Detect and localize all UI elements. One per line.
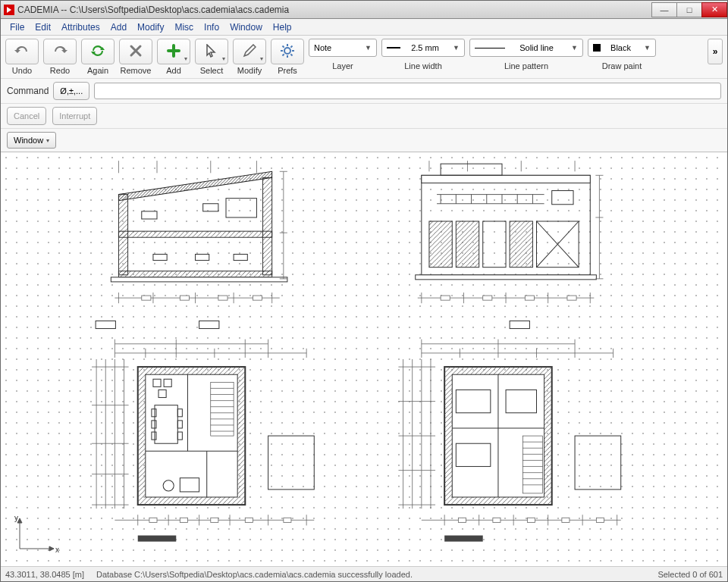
svg-rect-22 (142, 211, 157, 219)
svg-rect-63 (483, 221, 506, 268)
menu-window[interactable]: Window (225, 20, 267, 34)
draw-paint-label: Draw paint (602, 61, 642, 70)
svg-rect-138 (180, 518, 187, 522)
svg-rect-64 (510, 221, 532, 268)
command-bar: Command Ø,±,... (1, 79, 727, 104)
svg-line-11 (290, 45, 292, 47)
undo-icon (14, 44, 30, 60)
menu-misc[interactable]: Misc (170, 20, 198, 34)
svg-marker-0 (7, 7, 11, 13)
svg-rect-43 (199, 321, 219, 328)
menu-add[interactable]: Add (106, 20, 131, 34)
draw-paint-select[interactable]: Black▼ (588, 39, 656, 57)
svg-rect-60 (552, 191, 573, 205)
draw-paint-value: Black (610, 43, 631, 52)
command-input[interactable] (94, 83, 721, 99)
add-label: Add (166, 66, 181, 75)
line-width-value: 2.5 mm (411, 43, 439, 52)
pencil-icon (243, 44, 256, 60)
svg-rect-25 (153, 254, 167, 260)
svg-rect-49 (422, 175, 590, 183)
remove-label: Remove (121, 66, 152, 75)
redo-label: Redo (50, 66, 70, 75)
svg-rect-40 (218, 296, 228, 300)
menu-edit[interactable]: Edit (30, 20, 55, 34)
menu-modify[interactable]: Modify (133, 20, 168, 34)
layer-label: Layer (332, 61, 353, 70)
again-button[interactable] (81, 39, 115, 64)
cancel-button[interactable]: Cancel (7, 107, 46, 125)
prefs-button[interactable] (271, 39, 304, 64)
x-icon (129, 44, 143, 60)
undo-button[interactable] (5, 39, 39, 64)
cad-drawing (1, 152, 727, 566)
toolbar: Undo Redo Again Remove Add (1, 36, 727, 79)
svg-point-3 (284, 48, 290, 54)
svg-rect-61 (429, 221, 452, 268)
svg-rect-62 (456, 221, 479, 268)
svg-rect-21 (111, 277, 287, 282)
svg-rect-185 (458, 518, 466, 522)
cursor-icon (206, 44, 218, 60)
svg-rect-83 (510, 321, 529, 328)
select-button[interactable] (195, 39, 228, 64)
modify-button[interactable] (233, 39, 266, 64)
svg-rect-38 (142, 296, 151, 300)
window-tab[interactable]: Window (7, 132, 56, 149)
redo-icon (52, 44, 68, 60)
drawing-canvas[interactable]: x y (1, 152, 727, 566)
status-coords: 43.3011, 38.0485 [m] (5, 570, 84, 579)
control-row: Cancel Interrupt (1, 104, 727, 129)
svg-rect-79 (441, 296, 450, 300)
titlebar: CADEMIA -- C:\Users\Softpedia\Desktop\ac… (1, 1, 727, 19)
interrupt-button[interactable]: Interrupt (52, 107, 97, 125)
remove-button[interactable] (119, 39, 152, 64)
svg-rect-81 (525, 296, 534, 300)
window-title: CADEMIA -- C:\Users\Softpedia\Desktop\ac… (17, 5, 652, 15)
line-width-label: Line width (404, 61, 442, 70)
tab-row: Window (1, 129, 727, 152)
color-swatch-icon (593, 44, 601, 52)
svg-rect-68 (416, 275, 597, 280)
add-button[interactable] (157, 39, 190, 64)
menu-attributes[interactable]: Attributes (57, 20, 105, 34)
menu-info[interactable]: Info (199, 20, 224, 34)
gear-icon (280, 43, 295, 61)
menu-file[interactable]: File (5, 20, 29, 34)
prefs-label: Prefs (278, 66, 297, 75)
layer-select[interactable]: Note▼ (309, 39, 377, 57)
svg-rect-19 (118, 231, 271, 237)
svg-rect-142 (138, 536, 177, 542)
layer-value: Note (314, 43, 331, 52)
menu-help[interactable]: Help (268, 20, 297, 34)
plus-icon (167, 44, 180, 60)
svg-line-10 (283, 54, 284, 55)
line-pattern-label: Line pattern (504, 61, 548, 70)
svg-rect-187 (527, 518, 535, 522)
svg-rect-39 (180, 296, 189, 300)
again-label: Again (87, 66, 108, 75)
svg-rect-188 (562, 518, 570, 522)
svg-rect-27 (234, 254, 247, 260)
minimize-button[interactable]: — (651, 2, 677, 17)
svg-rect-189 (596, 518, 604, 522)
maximize-button[interactable]: □ (676, 2, 702, 17)
svg-rect-42 (96, 321, 115, 328)
svg-marker-192 (49, 546, 54, 551)
line-width-select[interactable]: 2.5 mm▼ (381, 39, 465, 57)
status-selection: Selected 0 of 601 (657, 570, 723, 579)
modify-label: Modify (237, 66, 262, 75)
close-button[interactable]: ✕ (701, 2, 727, 17)
toolbar-overflow-button[interactable]: » (708, 39, 723, 64)
redo-button[interactable] (43, 39, 77, 64)
svg-rect-137 (149, 518, 157, 522)
svg-rect-80 (483, 296, 492, 300)
svg-rect-18 (263, 177, 272, 274)
axis-y-label: y (14, 515, 18, 522)
line-width-preview-icon (387, 47, 400, 48)
line-pattern-select[interactable]: Solid line▼ (469, 39, 583, 57)
refresh-icon (89, 43, 106, 61)
line-pattern-preview-icon (475, 48, 505, 48)
insert-symbol-button[interactable]: Ø,±,... (53, 82, 89, 100)
svg-rect-23 (203, 204, 218, 211)
